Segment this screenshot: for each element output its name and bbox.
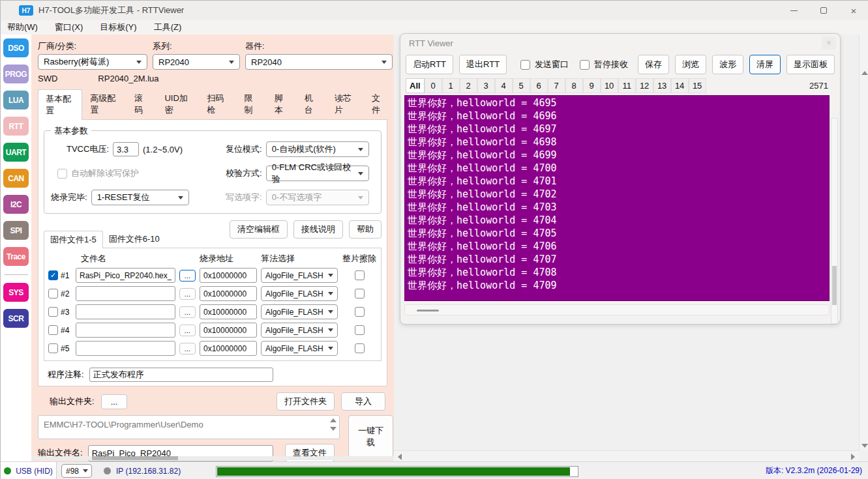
file-enable-checkbox[interactable] bbox=[48, 307, 58, 317]
verify-select[interactable]: 0-FLM CRC或读回校验 bbox=[266, 166, 369, 181]
main-tab-9[interactable]: 文件 bbox=[364, 89, 394, 119]
rtt-checkbox-1[interactable]: 暂停接收 bbox=[580, 59, 628, 70]
main-tab-2[interactable]: 滚码 bbox=[127, 89, 157, 119]
sidebar-item-i2c[interactable]: I2C bbox=[3, 195, 29, 214]
address-input[interactable] bbox=[200, 286, 257, 301]
filename-input[interactable] bbox=[76, 341, 175, 356]
maximize-button[interactable] bbox=[809, 1, 839, 20]
channel-tab-10[interactable]: 10 bbox=[601, 78, 618, 93]
channel-tab-12[interactable]: 12 bbox=[636, 78, 653, 93]
address-input[interactable] bbox=[200, 304, 257, 319]
rtt-action-button-1[interactable]: 浏览 bbox=[675, 55, 706, 74]
mdi-hscrollbar[interactable] bbox=[394, 450, 859, 461]
browse-button[interactable]: ... bbox=[179, 325, 196, 336]
rtt-close-button[interactable]: × bbox=[822, 36, 836, 50]
rtt-button-1[interactable]: 退出RTT bbox=[459, 55, 507, 74]
channel-tab-9[interactable]: 9 bbox=[583, 78, 601, 93]
rtt-button-0[interactable]: 启动RTT bbox=[406, 55, 453, 74]
menu-item-1[interactable]: 窗口(X) bbox=[55, 22, 83, 33]
algo-select[interactable]: AlgoFile_FLASH bbox=[261, 286, 338, 301]
browse-button[interactable]: ... bbox=[179, 288, 196, 300]
scroll-down-icon[interactable] bbox=[330, 427, 337, 431]
channel-tab-6[interactable]: 6 bbox=[530, 78, 548, 93]
erase-checkbox[interactable] bbox=[355, 289, 365, 298]
rtt-action-button-4[interactable]: 显示面板 bbox=[786, 55, 835, 74]
scroll-right-icon[interactable] bbox=[851, 454, 855, 460]
scroll-up-icon[interactable] bbox=[861, 71, 868, 75]
menu-item-0[interactable]: 帮助(W) bbox=[7, 22, 38, 33]
scrollbar-thumb[interactable] bbox=[417, 310, 439, 312]
filename-input[interactable] bbox=[76, 304, 175, 319]
main-tab-5[interactable]: 限制 bbox=[237, 89, 267, 119]
device-number-select[interactable]: #98 bbox=[61, 464, 92, 478]
rtt-terminal-vscrollbar[interactable] bbox=[831, 118, 838, 324]
channel-tab-15[interactable]: 15 bbox=[689, 78, 706, 93]
channel-tab-11[interactable]: 11 bbox=[618, 78, 636, 93]
erase-checkbox[interactable] bbox=[355, 270, 365, 280]
sidebar-item-scr[interactable]: SCR bbox=[3, 309, 29, 328]
output-folder-path[interactable]: EMMC\H7-TOOL\Programmer\User\Demo bbox=[38, 415, 340, 439]
channel-tab-14[interactable]: 14 bbox=[671, 78, 689, 93]
main-tab-0[interactable]: 基本配置 bbox=[38, 89, 82, 120]
browse-button[interactable]: ... bbox=[179, 270, 196, 282]
mdi-vscrollbar[interactable] bbox=[859, 35, 868, 450]
sidebar-item-rtt[interactable]: RTT bbox=[3, 117, 29, 136]
auto-unprotect-checkbox[interactable] bbox=[57, 169, 67, 179]
option-bytes-select[interactable]: 0-不写选项字 bbox=[266, 190, 369, 205]
filename-input[interactable] bbox=[76, 286, 175, 301]
menu-item-2[interactable]: 目标板(Y) bbox=[100, 22, 136, 33]
rtt-terminal[interactable]: 世界你好，helloworld = 4695世界你好，helloworld = … bbox=[404, 95, 830, 301]
reset-mode-select[interactable]: 0-自动模式(软件) bbox=[266, 141, 369, 157]
channel-tab-1[interactable]: 1 bbox=[442, 78, 460, 93]
rtt-action-button-3[interactable]: 清屏 bbox=[749, 55, 781, 74]
sidebar-item-sys[interactable]: SYS bbox=[3, 283, 29, 302]
sidebar-item-spi[interactable]: SPI bbox=[3, 221, 29, 240]
checkbox-icon[interactable] bbox=[520, 60, 530, 70]
output-folder-browse-button[interactable]: ... bbox=[101, 394, 128, 409]
rtt-terminal-hscrollbar[interactable] bbox=[404, 304, 830, 315]
open-folder-button[interactable]: 打开文件夹 bbox=[277, 392, 335, 411]
address-input[interactable] bbox=[200, 268, 257, 283]
erase-checkbox[interactable] bbox=[355, 307, 365, 317]
program-note-input[interactable] bbox=[89, 368, 273, 382]
main-tab-3[interactable]: UID加密 bbox=[157, 89, 199, 119]
sidebar-item-trace[interactable]: Trace bbox=[3, 247, 29, 266]
menu-item-3[interactable]: 工具(Z) bbox=[154, 22, 182, 33]
scroll-left-icon[interactable] bbox=[398, 454, 402, 460]
erase-checkbox[interactable] bbox=[355, 343, 365, 353]
rtt-action-button-0[interactable]: 保存 bbox=[638, 55, 669, 74]
sidebar-item-uart[interactable]: UART bbox=[3, 143, 29, 162]
browse-button[interactable]: ... bbox=[179, 306, 196, 318]
channel-tab-2[interactable]: 2 bbox=[460, 78, 477, 93]
main-tab-4[interactable]: 扫码枪 bbox=[199, 89, 236, 119]
left-panel-hscrollbar[interactable] bbox=[31, 456, 394, 460]
checkbox-icon[interactable] bbox=[580, 60, 590, 70]
minimize-button[interactable] bbox=[779, 1, 809, 20]
action-button-1[interactable]: 接线说明 bbox=[293, 220, 343, 239]
erase-checkbox[interactable] bbox=[355, 325, 365, 335]
algo-select[interactable]: AlgoFile_FLASH bbox=[261, 323, 338, 338]
filename-input[interactable] bbox=[76, 268, 175, 283]
sidebar-item-prog[interactable]: PROG bbox=[3, 65, 29, 83]
scrollbar-thumb[interactable] bbox=[92, 456, 178, 460]
main-tab-7[interactable]: 机台 bbox=[297, 89, 327, 119]
file-enable-checkbox[interactable] bbox=[48, 343, 58, 353]
address-input[interactable] bbox=[200, 323, 257, 338]
file-enable-checkbox[interactable] bbox=[48, 289, 58, 298]
file-tab-1[interactable]: 固件文件6-10 bbox=[103, 231, 166, 248]
sidebar-item-can[interactable]: CAN bbox=[3, 169, 29, 188]
scroll-up-icon[interactable] bbox=[330, 418, 337, 422]
channel-tab-7[interactable]: 7 bbox=[548, 78, 565, 93]
filename-input[interactable] bbox=[76, 323, 175, 338]
sidebar-item-dso[interactable]: DSO bbox=[3, 38, 29, 57]
channel-tab-5[interactable]: 5 bbox=[513, 78, 530, 93]
import-button[interactable]: 导入 bbox=[341, 392, 385, 411]
scroll-down-icon[interactable] bbox=[861, 444, 868, 448]
vendor-select[interactable]: Rasberry(树莓派) bbox=[38, 54, 147, 70]
series-select[interactable]: RP2040 bbox=[153, 54, 240, 70]
file-enable-checkbox[interactable]: ✓ bbox=[48, 270, 58, 280]
sidebar-item-lua[interactable]: LUA bbox=[3, 91, 29, 109]
file-tab-0[interactable]: 固件文件1-5 bbox=[44, 231, 103, 248]
algo-select[interactable]: AlgoFile_FLASH bbox=[261, 268, 338, 283]
algo-select[interactable]: AlgoFile_FLASH bbox=[261, 304, 338, 319]
